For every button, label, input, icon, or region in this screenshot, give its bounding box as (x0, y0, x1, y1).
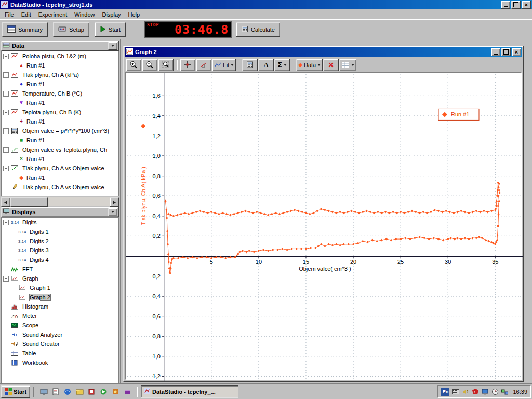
display-item[interactable]: 3.14Digits 1 (2, 227, 118, 236)
zoom-in-button[interactable] (126, 59, 141, 71)
quicklaunch-icon-7[interactable] (110, 387, 121, 397)
taskbar-task-button[interactable]: DataStudio - tepelny_... (141, 385, 238, 398)
window-titlebar[interactable]: DataStudio - tepelny_stroj1.ds × (0, 0, 532, 9)
quicklaunch-icon-8[interactable] (122, 387, 132, 397)
antivirus-icon[interactable]: ! (471, 388, 479, 396)
taskbar-start-button[interactable]: Start (1, 385, 30, 398)
run-item[interactable]: +Run #1 (2, 117, 118, 126)
menu-item-window[interactable]: Window (71, 10, 98, 19)
tree-expander[interactable]: − (3, 276, 9, 282)
graph-close-button[interactable]: × (512, 48, 521, 56)
volume-icon[interactable] (461, 388, 469, 396)
zoom-select-button[interactable] (158, 59, 174, 71)
quicklaunch-icon-1[interactable] (38, 387, 49, 397)
menu-item-display[interactable]: Display (98, 10, 124, 19)
legend[interactable]: Run #1 (438, 109, 479, 120)
display-item[interactable]: Histogram (2, 302, 118, 311)
smart-tool-button[interactable] (180, 59, 195, 71)
quicklaunch-icon-5[interactable] (86, 387, 97, 397)
run-item[interactable]: ◆Run #1 (2, 173, 118, 182)
data-panel-dropdown-button[interactable] (108, 42, 117, 50)
start-button[interactable]: Start (95, 22, 126, 37)
display-item[interactable]: −Graph (2, 274, 118, 283)
zoom-out-button[interactable] (142, 59, 157, 71)
tree-expander[interactable]: − (3, 54, 9, 59)
data-item[interactable]: −Poloha pistu, Ch 1&2 (m) (2, 51, 118, 61)
data-item[interactable]: −Teplota plynu, Ch B (K) (2, 108, 118, 117)
x-tick-label: 25 (397, 259, 404, 265)
taskbar-divider (136, 387, 138, 397)
summary-button[interactable]: Summary (2, 22, 48, 37)
tree-expander[interactable]: − (3, 128, 9, 134)
graph-minimize-button[interactable] (491, 48, 500, 56)
scroll-right-button[interactable] (110, 197, 119, 207)
menu-item-edit[interactable]: Edit (18, 10, 35, 19)
remove-button[interactable]: ✕ (323, 59, 339, 71)
data-dropdown[interactable]: ◆Data (296, 59, 323, 71)
quicklaunch-icon-4[interactable] (74, 387, 85, 397)
quicklaunch-icon-2[interactable] (50, 387, 61, 397)
display-settings-icon[interactable] (481, 388, 489, 396)
statistics-dropdown[interactable]: Σ (274, 59, 290, 71)
display-item[interactable]: FFT (2, 264, 118, 274)
maximize-button[interactable] (511, 1, 521, 9)
display-item[interactable]: Graph 2 (2, 292, 118, 302)
plot-area[interactable]: 5101520253035-1,2-1,0-0,8-0,6-0,4-0,20,2… (126, 73, 523, 381)
data-item[interactable]: −Objem valce vs Teplota plynu, Ch (2, 145, 118, 154)
menu-item-experiment[interactable]: Experiment (35, 10, 71, 19)
fit-dropdown[interactable]: Fit (212, 59, 236, 71)
scroll-left-button[interactable] (1, 197, 10, 207)
data-item[interactable]: Tlak plynu, Ch A vs Objem valce (2, 182, 118, 192)
display-item[interactable]: Sound Analyzer (2, 330, 118, 339)
data-item[interactable]: −Temperature, Ch B (°C) (2, 89, 118, 98)
display-item[interactable]: Workbook (2, 358, 118, 367)
run-item[interactable]: ×Run #1 (2, 154, 118, 164)
network-icon[interactable] (501, 388, 509, 396)
menu-item-help[interactable]: Help (125, 10, 144, 19)
calculator-button[interactable] (242, 59, 258, 71)
calculate-button[interactable]: Calculate (236, 22, 280, 37)
display-item[interactable]: 3.14Digits 2 (2, 236, 118, 246)
setup-button[interactable]: Setup (53, 22, 89, 37)
close-button[interactable]: × (522, 1, 531, 9)
display-item[interactable]: 3.14Digits 3 (2, 246, 118, 255)
quicklaunch-icon-3[interactable] (62, 387, 73, 397)
display-item[interactable]: Meter (2, 311, 118, 321)
display-item[interactable]: Sound Creator (2, 339, 118, 349)
keyboard-icon[interactable] (451, 388, 459, 396)
tree-expander[interactable]: − (3, 147, 9, 153)
display-item[interactable]: Graph 1 (2, 283, 118, 292)
text-tool-button[interactable]: A (258, 59, 274, 71)
tree-expander[interactable]: − (3, 110, 9, 115)
graph-window-titlebar[interactable]: Graph 2 × (125, 47, 522, 57)
scrollbar-thumb[interactable] (10, 197, 48, 207)
menu-item-file[interactable]: File (1, 10, 18, 19)
display-item[interactable]: −3.14Digits (2, 218, 118, 227)
run-item[interactable]: ■Run #1 (2, 136, 118, 145)
data-item[interactable]: −Objem valce = pi*r*r*y*100 (cm^3) (2, 126, 118, 136)
minimize-button[interactable] (501, 1, 510, 9)
run-marker: ■ (18, 138, 24, 143)
display-item[interactable]: Table (2, 349, 118, 358)
graph-restore-button[interactable] (501, 48, 511, 56)
tree-expander[interactable]: − (3, 91, 9, 97)
tree-expander[interactable]: − (3, 166, 9, 171)
run-item[interactable]: ▲Run #1 (2, 61, 118, 70)
display-item[interactable]: 3.14Digits 4 (2, 255, 118, 264)
slope-tool-button[interactable] (196, 59, 211, 71)
taskbar-clock[interactable]: 16:39 (511, 389, 527, 395)
language-indicator[interactable]: En (441, 388, 449, 396)
displays-panel-dropdown-button[interactable] (108, 208, 117, 216)
run-item[interactable]: ▼Run #1 (2, 98, 118, 108)
data-tree-hscrollbar[interactable] (1, 197, 119, 206)
run-item[interactable]: ●Run #1 (2, 79, 118, 89)
settings-dropdown[interactable] (339, 59, 356, 71)
tree-expander[interactable]: − (3, 72, 9, 78)
data-item[interactable]: −Tlak plynu, Ch A vs Objem valce (2, 164, 118, 173)
scrollbar-track[interactable] (10, 197, 110, 206)
scheduler-icon[interactable] (491, 388, 499, 396)
display-item[interactable]: Scope (2, 321, 118, 330)
tree-expander[interactable]: − (3, 220, 9, 225)
data-item[interactable]: −Tlak plynu, Ch A (kPa) (2, 70, 118, 79)
quicklaunch-icon-6[interactable] (98, 387, 109, 397)
